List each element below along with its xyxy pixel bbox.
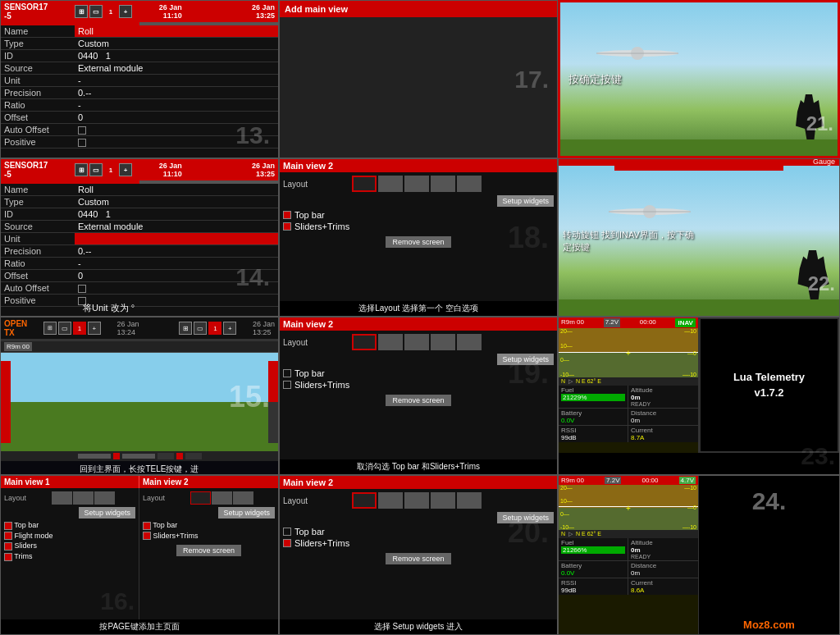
rssi-item-24: RSSI 99dB — [559, 578, 628, 595]
mv1-sliders-cb-16[interactable] — [4, 542, 12, 550]
lb-4-20[interactable] — [431, 492, 455, 509]
mainview2-title-16: Main view 2 — [139, 476, 278, 488]
mv1-lb-2[interactable] — [73, 491, 94, 505]
curr-value-24: 8.6A — [631, 587, 696, 594]
telem-header-23: R9m 00 7.2V 00:00 INAV — [559, 318, 698, 328]
ground-22 — [559, 299, 839, 316]
nav-icon-plus-14[interactable]: + — [119, 163, 132, 176]
mv2-setup-btn-16[interactable]: Setup widgets — [218, 507, 275, 519]
remove-screen-btn-19[interactable]: Remove screen — [386, 395, 450, 406]
lb-5-20[interactable] — [457, 492, 482, 509]
lb-1-19[interactable] — [352, 334, 377, 350]
topbar-check-20[interactable] — [283, 528, 291, 536]
trim-3-15[interactable] — [158, 453, 174, 459]
mv1-trims-cb-16[interactable] — [4, 553, 12, 561]
mv1-panel-16: Layout Setup widgets Top bar Fl — [1, 488, 139, 619]
layout-boxes-19 — [352, 334, 482, 350]
mv2-lb-2[interactable] — [212, 491, 232, 505]
nav-icon-15g[interactable]: 1 — [208, 322, 221, 335]
mainview2-title-18: Main view 2 — [280, 159, 557, 172]
lb-1-20[interactable] — [352, 492, 377, 509]
layout-box-1[interactable] — [352, 176, 377, 192]
lb-5-19[interactable] — [457, 334, 482, 350]
center-cross-24: + — [626, 503, 631, 512]
slidtrims-check-19[interactable] — [283, 381, 291, 389]
mv2-remove-btn-16[interactable]: Remove screen — [176, 545, 241, 556]
layout-box-3[interactable] — [404, 176, 429, 192]
mainview-body-19: Layout Setup widgets Top bar Sliders+Tri… — [280, 331, 557, 459]
moz8-label-24: Moz8.com — [743, 619, 795, 631]
alt-label-24: Altitude — [631, 539, 696, 546]
nav-icon-num1-14[interactable]: 1 — [104, 163, 117, 176]
bat-voltage-24: 7.2V — [605, 477, 621, 484]
date2-15: 26 Jan13:25 — [253, 320, 275, 336]
lb-3-20[interactable] — [404, 492, 429, 509]
sensor-time-13: 11:10 — [159, 11, 182, 20]
nav-icon-15e[interactable]: ⊞ — [179, 322, 192, 335]
layout-box-5[interactable] — [457, 176, 482, 192]
batt-label-24: Battery — [561, 562, 625, 569]
topbar-label-19: Top bar — [294, 368, 325, 378]
remove-screen-btn-20[interactable]: Remove screen — [386, 553, 450, 564]
nav-icon-15f[interactable]: ▭ — [194, 322, 207, 335]
mv2-lb-1[interactable] — [190, 491, 211, 505]
trim-2-15[interactable] — [122, 454, 155, 459]
rssi-value-24: 99dB — [561, 587, 625, 594]
layout-label-19: Layout — [283, 338, 349, 347]
nav-icon-15c[interactable]: 1 — [73, 322, 86, 335]
lb-4-19[interactable] — [431, 334, 455, 350]
slidtrims-label-20: Sliders+Trims — [294, 538, 349, 548]
mv2-topbar-cb-16[interactable] — [143, 522, 151, 530]
slidtrims-check-18[interactable] — [283, 222, 291, 231]
fuel-label-24: Fuel — [561, 539, 625, 546]
batt-value-23: 0.0V — [561, 417, 625, 424]
lb-2-19[interactable] — [378, 334, 403, 350]
nav-icon-15a[interactable]: ⊞ — [43, 322, 57, 335]
remove-screen-btn-18[interactable]: Remove screen — [386, 236, 450, 248]
trim-4-15[interactable] — [185, 453, 202, 459]
speed-scale-24: 20—10—0—-10— — [560, 485, 574, 530]
ready-label-24: READY — [631, 554, 696, 560]
layout-box-4[interactable] — [431, 176, 455, 192]
mv1-flightmode-cb-16[interactable] — [4, 532, 12, 540]
mv2-slidtrims-cb-16[interactable] — [143, 532, 151, 540]
rssi-value-23: 99dB — [561, 434, 625, 441]
mv1-lb-1[interactable] — [52, 491, 72, 505]
nav-icon-15d[interactable]: + — [88, 322, 101, 335]
mv2-slidtrims-label-16: Sliders+Trims — [153, 532, 199, 540]
layout-boxes-18 — [352, 176, 482, 192]
layout-row-20: Layout — [283, 492, 554, 509]
nav-icon-rect[interactable]: ▭ — [89, 5, 103, 18]
layout-box-2[interactable] — [378, 176, 403, 192]
nav-icon-15h[interactable]: + — [223, 322, 236, 335]
slider-left-15[interactable] — [1, 361, 11, 443]
topbar-check-18[interactable] — [283, 211, 291, 219]
mv2-layout-boxes-16 — [190, 491, 253, 505]
step-number-21: 21. — [806, 112, 833, 135]
mv1-setup-btn-16[interactable]: Setup widgets — [79, 507, 135, 519]
mv2-layout-row-16: Layout — [143, 491, 275, 505]
mv2-lb-3[interactable] — [233, 491, 253, 505]
nav-icon-rect-14[interactable]: ▭ — [89, 163, 103, 176]
nav-icon-15b[interactable]: ▭ — [58, 322, 71, 335]
topbar-check-19[interactable] — [283, 369, 291, 377]
caption-15: 回到主界面，长按TELE按键，进入主界面设置。 — [1, 461, 278, 475]
nav-icon-plus[interactable]: + — [119, 5, 132, 18]
caption-16: 按PAGE键添加主页面 — [1, 619, 278, 634]
topbar-label-18: Top bar — [294, 210, 325, 220]
lb-3-19[interactable] — [404, 334, 429, 350]
slidtrims-check-20[interactable] — [283, 539, 291, 547]
mv1-topbar-cb-16[interactable] — [4, 522, 12, 530]
mv1-layout-row-16: Layout — [4, 491, 135, 505]
mv1-sliders-label-16: Sliders — [15, 541, 38, 550]
nav-icon-num1[interactable]: 1 — [104, 5, 117, 18]
trim-1-15[interactable] — [78, 454, 111, 459]
dual-body-16: Layout Setup widgets Top bar Fl — [1, 488, 278, 619]
nav-icon-grid-14[interactable]: ⊞ — [75, 163, 88, 176]
mv1-lb-3[interactable] — [94, 491, 115, 505]
setup-widgets-btn-18[interactable]: Setup widgets — [497, 195, 554, 207]
topbar-row-18: Top bar — [283, 210, 554, 220]
nav-icon-grid[interactable]: ⊞ — [75, 5, 88, 18]
sky-background-22: 转动旋钮 找到INAV界面，按下确定按键 22. — [559, 171, 839, 316]
lb-2-20[interactable] — [378, 492, 403, 509]
